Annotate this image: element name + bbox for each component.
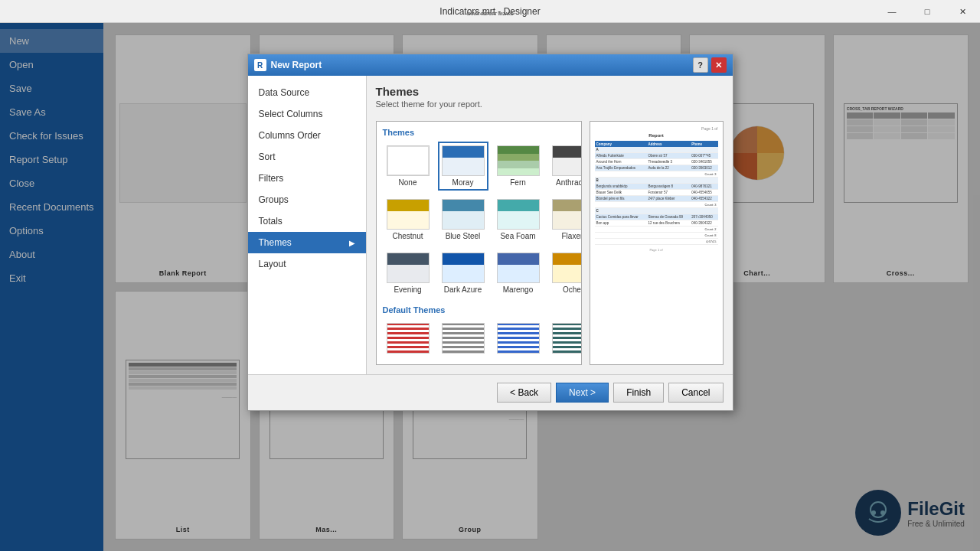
theme-anthracite[interactable]: Anthracite [548, 142, 582, 191]
new-report-dialog: R New Report ? ✕ Data Source Select Colu… [247, 54, 733, 411]
theme-label-marengo: Marengo [503, 285, 533, 294]
theme-swatch-evening [387, 253, 430, 283]
theme-swatch-marengo [497, 253, 540, 283]
dialog-help-button[interactable]: ? [693, 57, 708, 73]
theme-marengo[interactable]: Marengo [493, 249, 544, 298]
dialog-right-content: Themes Select theme for your report. The… [367, 76, 733, 374]
theme-preview-panel: Page 1 of Report Company Address Phone [590, 121, 724, 365]
next-button[interactable]: Next > [556, 383, 609, 403]
nav-item-layout[interactable]: Layout [248, 253, 366, 275]
theme-label-sea-foam: Sea Foam [500, 232, 535, 240]
default-themes-grid [383, 319, 575, 360]
theme-default-blue[interactable] [493, 319, 544, 360]
default-themes-section-label: Default Themes [383, 305, 575, 315]
dialog-nav: Data Source Select Columns Columns Order… [248, 76, 367, 374]
theme-label-none: None [399, 178, 417, 187]
theme-label-anthracite: Anthracite [556, 178, 582, 187]
nav-arrow-icon: ▶ [349, 239, 355, 247]
finish-button[interactable]: Finish [613, 383, 664, 403]
preview-page-num-top: Page 1 of [595, 126, 718, 131]
theme-swatch-sea-foam [497, 199, 540, 230]
themes-grid: None Moray [383, 142, 575, 298]
dialog-title-bar: R New Report ? ✕ [248, 54, 733, 76]
theme-swatch-anthracite [552, 145, 582, 176]
minimize-button[interactable]: — [874, 0, 910, 23]
theme-swatch-default-gray [442, 323, 485, 354]
theme-swatch-dark-azure [442, 253, 485, 283]
themes-area: Themes None [376, 121, 724, 365]
theme-default-teal[interactable] [548, 319, 582, 360]
section-title: Themes [376, 85, 724, 98]
theme-dark-azure[interactable]: Dark Azure [438, 249, 488, 298]
themes-section-label: Themes [383, 128, 575, 137]
nav-item-totals[interactable]: Totals [248, 210, 366, 232]
theme-blue-steel[interactable]: Blue Steel [438, 195, 488, 244]
theme-sea-foam[interactable]: Sea Foam [493, 195, 544, 244]
dialog-footer: < Back Next > Finish Cancel [248, 374, 733, 410]
themes-grid-container[interactable]: Themes None [376, 121, 582, 365]
back-button[interactable]: < Back [497, 383, 551, 403]
theme-default-red[interactable] [383, 319, 433, 360]
nav-item-groups[interactable]: Groups [248, 189, 366, 210]
preview-page-num-bottom: Page 1 of [595, 248, 718, 252]
theme-swatch-chestnut [387, 199, 430, 230]
preview-report-title: Report [595, 133, 718, 138]
theme-chestnut[interactable]: Chestnut [383, 195, 433, 244]
theme-swatch-default-teal [552, 323, 582, 354]
theme-label-chestnut: Chestnut [392, 232, 423, 240]
theme-swatch-moray [442, 145, 485, 176]
section-subtitle: Select theme for your report. [376, 99, 724, 109]
window-controls: — □ ✕ [874, 0, 980, 23]
dialog-body: Data Source Select Columns Columns Order… [248, 76, 733, 374]
preview-inner: Page 1 of Report Company Address Phone [595, 126, 718, 360]
nav-item-data-source[interactable]: Data Source [248, 82, 366, 103]
theme-none[interactable]: None [383, 142, 433, 191]
theme-swatch-blue-steel [442, 199, 485, 230]
theme-label-dark-azure: Dark Azure [444, 285, 482, 294]
theme-label-blue-steel: Blue Steel [446, 232, 481, 240]
theme-label-ocher: Ocher [563, 285, 582, 294]
theme-fern[interactable]: Fern [493, 142, 544, 191]
nav-item-columns-order[interactable]: Columns Order [248, 125, 366, 146]
dialog-title-left: R New Report [254, 59, 322, 71]
theme-swatch-flaxen [552, 199, 582, 230]
theme-evening[interactable]: Evening [383, 249, 433, 298]
theme-label-moray: Moray [452, 178, 474, 187]
nav-item-themes[interactable]: Themes ▶ [248, 232, 366, 253]
cancel-button[interactable]: Cancel [668, 383, 723, 403]
close-window-button[interactable]: ✕ [945, 0, 980, 23]
nav-item-select-columns[interactable]: Select Columns [248, 103, 366, 125]
theme-swatch-fern [497, 145, 540, 176]
preview-table: Company Address Phone A Alfreds Futterki… [595, 141, 718, 245]
dialog-report-icon: R [254, 59, 266, 71]
nav-item-sort[interactable]: Sort [248, 146, 366, 168]
nav-item-filters[interactable]: Filters [248, 168, 366, 189]
theme-swatch-default-blue [497, 323, 540, 354]
theme-flaxen[interactable]: Flaxen [548, 195, 582, 244]
theme-swatch-ocher [552, 253, 582, 283]
theme-label-flaxen: Flaxen [561, 232, 581, 240]
theme-swatch-none [387, 145, 430, 176]
theme-ocher[interactable]: Ocher [548, 249, 582, 298]
maximize-button[interactable]: □ [910, 0, 945, 23]
dialog-close-button[interactable]: ✕ [711, 57, 727, 73]
theme-swatch-default-red [387, 323, 430, 354]
dialog-title-text: New Report [271, 60, 322, 70]
theme-default-gray[interactable] [438, 319, 488, 360]
theme-label-fern: Fern [510, 178, 526, 187]
dialog-overlay: R New Report ? ✕ Data Source Select Colu… [0, 23, 980, 551]
theme-moray[interactable]: Moray [438, 142, 488, 191]
theme-label-evening: Evening [394, 285, 421, 294]
